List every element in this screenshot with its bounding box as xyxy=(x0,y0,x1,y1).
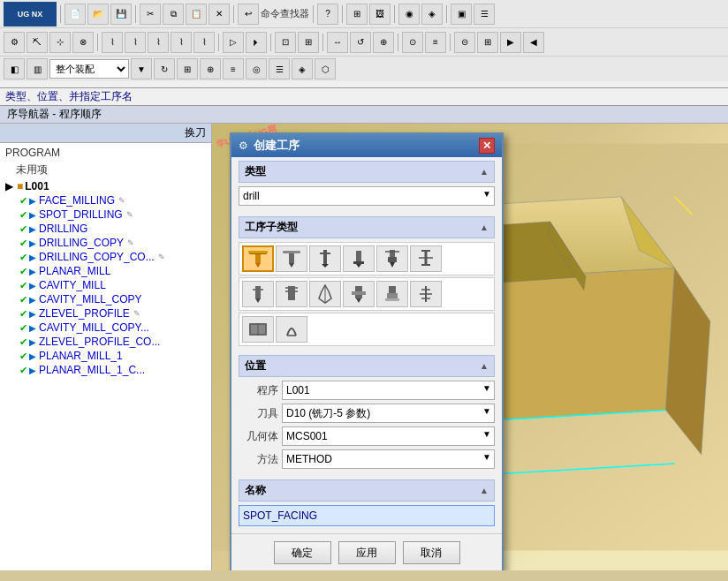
cam-btn4[interactable]: ⊗ xyxy=(72,32,94,53)
subtype-btn-6[interactable] xyxy=(242,281,274,307)
render-btn[interactable]: ◉ xyxy=(398,4,420,25)
collapse-icon[interactable]: ▲ xyxy=(480,167,489,177)
cam-btn1[interactable]: ⚙ xyxy=(4,32,25,53)
view-btn[interactable]: 🖼 xyxy=(369,4,391,25)
position-collapse-icon[interactable]: ▲ xyxy=(480,361,489,371)
subtype-section: 工序子类型 ▲ xyxy=(231,213,502,351)
paste-btn[interactable]: 📋 xyxy=(186,4,207,25)
subtype-btn-1[interactable] xyxy=(276,245,307,272)
render2-btn[interactable]: ◈ xyxy=(421,4,443,25)
window-btn[interactable]: ▣ xyxy=(451,4,472,25)
solid-btn[interactable]: ◈ xyxy=(292,58,313,79)
tool-select[interactable]: D10 (铣刀-5 参数) xyxy=(282,404,495,423)
snap-btn[interactable]: ⊞ xyxy=(346,4,368,25)
program-select[interactable]: L001 xyxy=(282,381,495,400)
subtype-btn-11[interactable] xyxy=(410,281,442,307)
method-select-wrapper[interactable]: METHOD xyxy=(282,449,495,469)
simulate-btn[interactable]: ⏵ xyxy=(246,32,267,53)
subtype-btn-4[interactable] xyxy=(376,245,408,272)
type-select[interactable]: drill xyxy=(239,186,495,206)
delete-btn[interactable]: ✕ xyxy=(209,4,230,25)
check-icon: ✔ xyxy=(19,238,27,249)
subtype-btn-3[interactable] xyxy=(343,245,375,272)
snap3-btn[interactable]: ◎ xyxy=(246,58,267,79)
method-select[interactable]: METHOD xyxy=(282,449,495,469)
grid-btn[interactable]: ⊞ xyxy=(177,58,198,79)
3d-viewport[interactable]: 学UG就上UG网 ⚙ 创建工序 ✕ 类型 ▲ xyxy=(212,124,728,570)
refresh-btn[interactable]: ↻ xyxy=(154,58,175,79)
mesh-btn[interactable]: ⬡ xyxy=(315,58,336,79)
tree-item-drilling[interactable]: ✔ ▶ DRILLING xyxy=(2,222,209,236)
geometry-select[interactable]: MCS001 xyxy=(282,426,495,446)
tree-item-zlevel-profile[interactable]: ✔ ▶ ZLEVEL_PROFILE ✎ xyxy=(2,306,209,321)
tree-item-cavity-mill-copy2[interactable]: ✔ ▶ CAVITY_MILL_COPY... xyxy=(2,321,209,335)
geometry-select-wrapper[interactable]: MCS001 xyxy=(282,426,495,446)
undo-btn[interactable]: ↩ xyxy=(238,4,259,25)
open-btn[interactable]: 📂 xyxy=(87,4,109,25)
snap2-btn[interactable]: ⊕ xyxy=(200,58,221,79)
type-label: 类型 xyxy=(245,164,266,179)
tree-item-zlevel-profile-co[interactable]: ✔ ▶ ZLEVEL_PROFILE_CO... xyxy=(2,335,209,349)
cam-btn3[interactable]: ⊹ xyxy=(49,32,71,53)
copy-btn[interactable]: ⧉ xyxy=(163,4,184,25)
extra-btn1[interactable]: ⊝ xyxy=(454,32,475,53)
name-input[interactable] xyxy=(239,505,495,526)
cam-btn2[interactable]: ⛏ xyxy=(27,32,48,53)
tree-item-cavity-mill-copy[interactable]: ✔ ▶ CAVITY_MILL_COPY xyxy=(2,292,209,306)
subtype-btn-2[interactable] xyxy=(309,245,341,272)
mill-btn5[interactable]: ⌇ xyxy=(193,32,215,53)
tree-group[interactable]: ▶ ■ L001 xyxy=(2,179,209,193)
subtype-btn-8[interactable] xyxy=(309,281,341,307)
mill-btn4[interactable]: ⌇ xyxy=(171,32,192,53)
program-select-wrapper[interactable]: L001 xyxy=(282,381,495,400)
mill-btn3[interactable]: ⌇ xyxy=(148,32,169,53)
extra-btn2[interactable]: ⊞ xyxy=(477,32,498,53)
save-btn[interactable]: 💾 xyxy=(110,4,132,25)
subtype-collapse-icon[interactable]: ▲ xyxy=(480,223,489,232)
tree-item-spot-drilling[interactable]: ✔ ▶ SPOT_DRILLING ✎ xyxy=(2,208,209,222)
zoom-btn[interactable]: ⊕ xyxy=(373,32,394,53)
align-btn[interactable]: ≡ xyxy=(223,58,244,79)
subtype-btn-0[interactable] xyxy=(242,245,274,272)
tree-item-planar-mill-1[interactable]: ✔ ▶ PLANAR_MILL_1 xyxy=(2,349,209,363)
shop-btn[interactable]: ⊞ xyxy=(298,32,319,53)
clock-btn[interactable]: ⊙ xyxy=(402,32,423,53)
assembly-select[interactable]: 整个装配 xyxy=(49,59,129,79)
extra-btn4[interactable]: ◀ xyxy=(523,32,544,53)
new-btn[interactable]: 📄 xyxy=(64,4,86,25)
tree-item-drilling-copy-co[interactable]: ✔ ▶ DRILLING_COPY_CO... ✎ xyxy=(2,250,209,264)
extra-btn3[interactable]: ▶ xyxy=(500,32,521,53)
name-collapse-icon[interactable]: ▲ xyxy=(480,486,489,495)
rotate-btn[interactable]: ↺ xyxy=(350,32,371,53)
close-all-btn[interactable]: ☰ xyxy=(474,4,495,25)
apply-button[interactable]: 应用 xyxy=(338,541,396,564)
mill-btn2[interactable]: ⌇ xyxy=(125,32,146,53)
tree-item-planar-mill-1c[interactable]: ✔ ▶ PLANAR_MILL_1_C... xyxy=(2,363,209,377)
nav-btn1[interactable]: ◧ xyxy=(4,58,25,79)
nav-btn2[interactable]: ▥ xyxy=(27,58,48,79)
type-select-wrapper[interactable]: drill xyxy=(239,186,495,206)
layer-btn[interactable]: ☰ xyxy=(269,58,290,79)
subtype-btn-5[interactable] xyxy=(410,245,442,272)
filter-btn[interactable]: ▼ xyxy=(131,58,152,79)
move-btn[interactable]: ↔ xyxy=(327,32,348,53)
tree-item-planar-mill[interactable]: ✔ ▶ PLANAR_MILL xyxy=(2,264,209,278)
subtype-btn-13[interactable] xyxy=(276,316,307,343)
ok-button[interactable]: 确定 xyxy=(274,541,331,564)
dialog-close-button[interactable]: ✕ xyxy=(479,138,495,154)
subtype-btn-10[interactable] xyxy=(376,281,408,307)
verify-btn[interactable]: ▷ xyxy=(223,32,244,53)
subtype-btn-12[interactable] xyxy=(242,316,274,343)
subtype-btn-9[interactable] xyxy=(343,281,375,307)
tree-item-face-milling[interactable]: ✔ ▶ FACE_MILLING ✎ xyxy=(2,193,209,208)
cut-btn[interactable]: ✂ xyxy=(140,4,161,25)
tree-item-drilling-copy[interactable]: ✔ ▶ DRILLING_COPY ✎ xyxy=(2,236,209,250)
subtype-btn-7[interactable] xyxy=(276,281,307,307)
help-btn[interactable]: ? xyxy=(317,4,338,25)
tree-item-cavity-mill[interactable]: ✔ ▶ CAVITY_MILL xyxy=(2,278,209,292)
list-btn[interactable]: ≡ xyxy=(425,32,446,53)
cancel-button[interactable]: 取消 xyxy=(403,541,460,564)
post-btn[interactable]: ⊡ xyxy=(275,32,296,53)
tool-select-wrapper[interactable]: D10 (铣刀-5 参数) xyxy=(282,404,495,423)
mill-btn1[interactable]: ⌇ xyxy=(102,32,123,53)
